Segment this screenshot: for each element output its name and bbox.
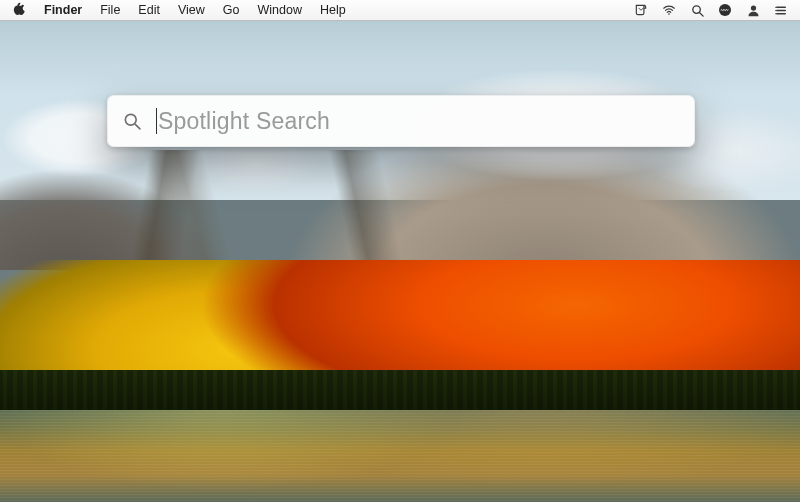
- script-menu-icon: [633, 3, 649, 17]
- status-spotlight[interactable]: [686, 0, 708, 20]
- spotlight-panel[interactable]: [107, 95, 695, 147]
- svg-point-10: [775, 13, 776, 14]
- desktop[interactable]: Finder File Edit View Go Window Help: [0, 0, 800, 502]
- status-siri[interactable]: [714, 0, 736, 20]
- spotlight-search-icon: [108, 111, 156, 131]
- spotlight-search-input[interactable]: [156, 107, 694, 136]
- menu-bar: Finder File Edit View Go Window Help: [0, 0, 800, 21]
- status-notification-center[interactable]: [770, 0, 792, 20]
- apple-menu[interactable]: [0, 2, 35, 19]
- status-user[interactable]: [742, 0, 764, 20]
- menu-bar-left: Finder File Edit View Go Window Help: [0, 0, 355, 20]
- menu-file[interactable]: File: [91, 0, 129, 20]
- wallpaper-lake-ripple: [0, 410, 800, 502]
- siri-icon: [717, 2, 733, 18]
- menu-help[interactable]: Help: [311, 0, 355, 20]
- svg-point-4: [750, 5, 755, 10]
- notification-center-icon: [773, 4, 789, 17]
- app-menu-finder[interactable]: Finder: [35, 0, 91, 20]
- menu-bar-right: [630, 0, 800, 20]
- svg-line-12: [135, 124, 140, 129]
- wifi-icon: [660, 3, 678, 17]
- text-cursor: [156, 108, 157, 134]
- user-icon: [746, 3, 761, 18]
- spotlight-icon: [690, 3, 705, 18]
- apple-logo-icon: [12, 2, 25, 19]
- svg-point-1: [692, 5, 700, 13]
- svg-line-2: [699, 12, 702, 15]
- svg-point-8: [775, 6, 776, 7]
- menu-go[interactable]: Go: [214, 0, 249, 20]
- menu-view[interactable]: View: [169, 0, 214, 20]
- svg-point-9: [775, 9, 776, 10]
- menu-window[interactable]: Window: [248, 0, 310, 20]
- svg-point-11: [125, 114, 136, 125]
- menu-edit[interactable]: Edit: [129, 0, 169, 20]
- status-script-menu[interactable]: [630, 0, 652, 20]
- svg-point-0: [668, 13, 670, 15]
- status-wifi[interactable]: [658, 0, 680, 20]
